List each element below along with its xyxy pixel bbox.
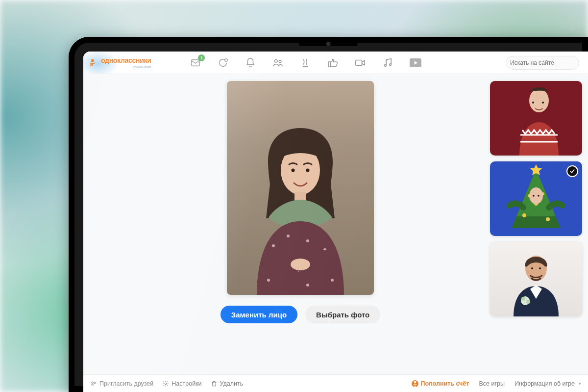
svg-point-25 xyxy=(532,102,534,104)
svg-point-24 xyxy=(529,89,549,112)
main-photo[interactable] xyxy=(227,81,374,295)
content: Заменить лицо Выбрать фото xyxy=(83,74,588,374)
messages-badge: 1 xyxy=(198,54,205,61)
thumb-2[interactable] xyxy=(490,161,582,236)
thumb-1[interactable] xyxy=(490,81,582,156)
svg-point-15 xyxy=(306,239,309,242)
svg-point-13 xyxy=(272,244,275,247)
thumb-3[interactable] xyxy=(490,242,582,316)
svg-point-23 xyxy=(291,259,310,270)
invite-friends-link[interactable]: Пригласить друзей xyxy=(90,380,153,387)
screen: одноклассники экосистема 1 xyxy=(83,52,588,392)
delete-link[interactable]: Удалить xyxy=(211,380,244,387)
all-games-link[interactable]: Все игры xyxy=(479,380,505,387)
topup-label: Пополнить счёт xyxy=(421,380,469,387)
svg-point-10 xyxy=(292,169,295,172)
invite-friends-label: Пригласить друзей xyxy=(99,380,153,387)
svg-point-38 xyxy=(526,300,530,304)
likes-icon[interactable] xyxy=(327,57,338,68)
center-column: Заменить лицо Выбрать фото xyxy=(120,81,481,369)
brand-logo-link[interactable]: одноклассники экосистема xyxy=(87,57,151,68)
svg-rect-5 xyxy=(356,60,362,65)
svg-point-44 xyxy=(165,383,167,385)
all-games-label: Все игры xyxy=(479,380,505,387)
svg-point-42 xyxy=(92,381,94,383)
thumb-3-figure xyxy=(490,242,582,316)
settings-link[interactable]: Настройки xyxy=(162,380,201,387)
svg-point-6 xyxy=(385,64,387,66)
topup-icon xyxy=(412,380,418,387)
top-nav: одноклассники экосистема 1 xyxy=(83,52,588,74)
delete-label: Удалить xyxy=(220,380,244,387)
ok-logo-icon xyxy=(87,57,98,68)
laptop-camera xyxy=(299,42,358,46)
search-box[interactable] xyxy=(506,56,579,70)
game-info-link[interactable]: Информация об игре ▾ xyxy=(514,380,581,387)
left-gutter xyxy=(91,81,111,369)
friends-icon[interactable] xyxy=(272,57,283,68)
footer-bar: Пригласить друзей Настройки Удалить Попо… xyxy=(83,374,588,392)
thumb-1-figure xyxy=(490,81,582,156)
svg-point-37 xyxy=(521,297,525,301)
svg-point-33 xyxy=(529,187,543,204)
guests-icon[interactable] xyxy=(300,57,311,68)
svg-point-14 xyxy=(287,235,290,237)
selected-check-icon xyxy=(566,165,578,177)
brand-subtitle: экосистема xyxy=(133,65,151,68)
discussions-icon[interactable] xyxy=(218,57,228,68)
video-icon[interactable] xyxy=(355,57,366,68)
svg-point-40 xyxy=(531,267,533,269)
svg-point-34 xyxy=(533,195,535,197)
laptop-frame: одноклассники экосистема 1 xyxy=(69,37,588,392)
svg-point-21 xyxy=(267,279,270,282)
video-tile-icon[interactable] xyxy=(410,58,421,67)
svg-point-41 xyxy=(539,267,541,269)
messages-icon[interactable]: 1 xyxy=(190,57,201,68)
svg-point-11 xyxy=(306,169,310,172)
settings-label: Настройки xyxy=(172,380,201,387)
game-info-label: Информация об игре xyxy=(514,380,575,387)
gear-icon xyxy=(162,380,169,387)
svg-point-22 xyxy=(306,284,309,287)
svg-point-35 xyxy=(538,195,539,197)
svg-point-43 xyxy=(94,382,96,383)
svg-point-4 xyxy=(279,60,282,62)
search-input[interactable] xyxy=(510,59,584,66)
svg-point-3 xyxy=(275,59,278,62)
svg-point-20 xyxy=(331,279,334,282)
choose-photo-button[interactable]: Выбрать фото xyxy=(305,306,380,323)
svg-point-28 xyxy=(546,217,550,221)
topup-link[interactable]: Пополнить счёт xyxy=(412,380,469,387)
friends-small-icon xyxy=(90,380,97,387)
photo-actions: Заменить лицо Выбрать фото xyxy=(220,306,381,323)
main-photo-figure xyxy=(234,123,367,295)
svg-point-26 xyxy=(542,102,544,104)
svg-point-7 xyxy=(390,63,392,65)
svg-point-45 xyxy=(414,381,416,383)
trash-icon xyxy=(211,380,218,387)
svg-point-2 xyxy=(225,58,228,61)
svg-point-0 xyxy=(91,59,94,62)
template-thumbnails xyxy=(490,81,582,369)
replace-face-button[interactable]: Заменить лицо xyxy=(220,306,297,323)
svg-point-27 xyxy=(522,213,526,217)
brand-name: одноклассники xyxy=(101,57,151,64)
music-icon[interactable] xyxy=(382,57,393,68)
notifications-icon[interactable] xyxy=(245,57,256,68)
chevron-down-icon: ▾ xyxy=(579,381,581,386)
